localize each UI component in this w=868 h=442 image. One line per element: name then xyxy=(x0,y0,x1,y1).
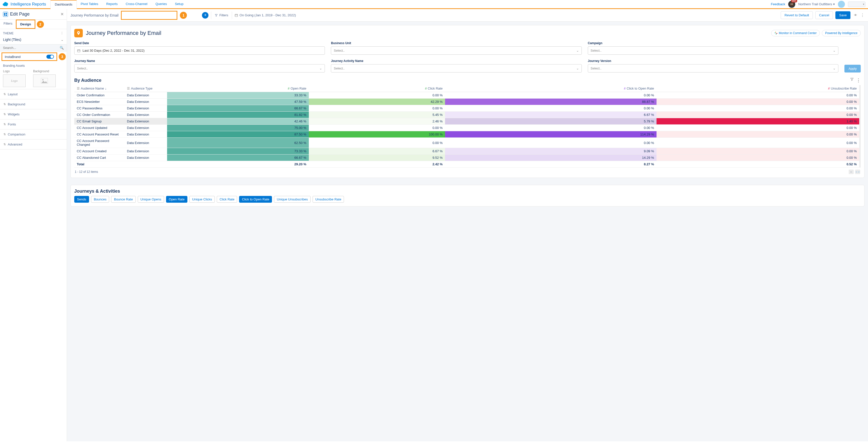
table-row[interactable]: CC Account Password ChangedData Extensio… xyxy=(74,138,859,148)
theme-select[interactable]: Light (Tiles) ⌄ xyxy=(0,37,67,44)
close-sidebar-icon[interactable]: ✕ xyxy=(60,12,64,17)
audience-menu-icon[interactable]: ⋮ xyxy=(856,77,861,83)
revert-button[interactable]: Revert to Default xyxy=(781,11,813,19)
table-row[interactable]: CC Account UpdatedData Extension75.00 %0… xyxy=(74,125,859,131)
chevron-down-icon: ⌄ xyxy=(576,66,579,70)
logo-upload[interactable]: Logo xyxy=(3,74,26,87)
table-row[interactable]: CC Email SignupData Extension42.46 %2.46… xyxy=(74,118,859,125)
journey-activity-select[interactable]: Select..⌄ xyxy=(331,64,582,72)
page-card: Journey Performance by Email Monitor in … xyxy=(70,25,865,178)
mascot-avatar[interactable]: 99+ xyxy=(788,1,795,8)
chip-click-rate[interactable]: Click Rate xyxy=(217,196,237,203)
chip-sends[interactable]: Sends xyxy=(74,196,89,203)
org-switcher[interactable]: Northern Trail Outfitters ▾ xyxy=(798,2,835,6)
journey-version-select[interactable]: Select..⌄ xyxy=(588,64,838,72)
table-row[interactable]: CC PasswordlessData Extension66.67 %0.00… xyxy=(74,105,859,112)
chip-open-rate[interactable]: Open Rate xyxy=(166,196,187,203)
campaign-select[interactable]: Select..⌄ xyxy=(588,46,838,55)
journey-name-select[interactable]: Select..⌄ xyxy=(74,64,325,72)
business-unit-select[interactable]: Select..⌄ xyxy=(331,46,582,55)
chevron-updown-icon: ⇅ xyxy=(3,143,6,146)
table-row[interactable]: ECS NewsletterData Extension47.59 %42.29… xyxy=(74,99,859,105)
chevron-down-icon: ⌄ xyxy=(319,66,322,70)
sidebar: Edit Page ✕ Filters Design 2 THEME ⋯ Lig… xyxy=(0,9,67,441)
user-menu[interactable]: ▾ xyxy=(848,1,866,7)
audience-section: By Audience ⋮ xyxy=(74,77,861,83)
journeys-card: Journeys & Activities SendsBouncesBounce… xyxy=(70,185,865,207)
table-row[interactable]: CC Account Password ResetData Extension8… xyxy=(74,131,859,138)
sidebar-search-input[interactable] xyxy=(3,46,60,50)
content: Journey Performance by Email 1 + Filters… xyxy=(67,9,868,441)
chevron-down-icon: ▾ xyxy=(833,2,835,6)
table-row[interactable]: Order ConfirmationData Extension33.33 %0… xyxy=(74,92,859,99)
sidebar-tab-design[interactable]: Design xyxy=(16,20,35,29)
user-avatar[interactable] xyxy=(838,1,845,8)
instabrand-toggle[interactable] xyxy=(46,55,54,59)
nav-right: Feedback 99+ Northern Trail Outfitters ▾… xyxy=(771,1,866,8)
audience-table: ☰Audience Name ↓ ☰Audience Type #Open Ra… xyxy=(74,85,859,167)
monitor-pill[interactable]: Monitor in Command Center xyxy=(771,30,820,36)
field-business-unit: Business Unit Select..⌄ xyxy=(331,41,582,55)
calendar-icon xyxy=(77,49,81,53)
filters-button[interactable]: Filters xyxy=(214,13,229,17)
nav-tab-dashboards[interactable]: Dashboards xyxy=(51,0,76,9)
svg-point-4 xyxy=(42,79,44,81)
svg-rect-5 xyxy=(235,14,238,16)
accordion-item-advanced[interactable]: ⇅Advanced xyxy=(0,139,67,150)
nav-tab-pivot[interactable]: Pivot Tables xyxy=(77,0,102,8)
table-row[interactable]: CC Abandoned CartData Extension66.67 %9.… xyxy=(74,155,859,161)
save-button[interactable]: Save xyxy=(835,11,850,19)
notification-badge: 99+ xyxy=(791,0,797,2)
accordion-item-fonts[interactable]: ⇅Fonts xyxy=(0,119,67,129)
callout-1: 1 xyxy=(180,12,187,19)
chip-unique-opens[interactable]: Unique Opens xyxy=(138,196,164,203)
pager-next-icon[interactable]: →← xyxy=(855,169,860,174)
theme-menu-icon[interactable]: ⋯ xyxy=(60,32,64,35)
filter-grid: Send Date Last 30 Days (Dec 2, 2022 - De… xyxy=(74,41,861,72)
accordion-item-layout[interactable]: ⇅Layout xyxy=(0,89,67,99)
nav-tab-reports[interactable]: Reports xyxy=(102,0,122,8)
chip-unique-clicks[interactable]: Unique Clicks xyxy=(189,196,215,203)
field-send-date: Send Date Last 30 Days (Dec 2, 2022 - De… xyxy=(74,41,325,55)
date-range-display[interactable]: On Going (Jan 1, 2019 - Dec 31, 2022) xyxy=(235,13,296,17)
table-row[interactable]: CC Order ConfirmationData Extension81.82… xyxy=(74,112,859,118)
table-row[interactable]: CC Account CreatedData Extension73.33 %6… xyxy=(74,148,859,155)
pager: 1 - 12 of 12 items ↔ →← xyxy=(74,167,861,174)
powered-pill[interactable]: Powered By Intelligence xyxy=(822,30,861,36)
accordion-item-widgets[interactable]: ⇅Widgets xyxy=(0,109,67,119)
nav-tab-queries[interactable]: Queries xyxy=(152,0,171,8)
svg-point-2 xyxy=(792,3,793,4)
page-title-input[interactable] xyxy=(121,11,177,20)
background-upload[interactable] xyxy=(33,74,56,87)
apply-button[interactable]: Apply xyxy=(844,65,861,72)
nav-tab-cross[interactable]: Cross-Channel xyxy=(122,0,152,8)
toolbar-menu-icon[interactable]: ⋮ xyxy=(861,13,865,18)
chevron-updown-icon: ⇅ xyxy=(3,113,6,116)
callout-2: 2 xyxy=(37,21,44,28)
pager-expand-icon[interactable]: ↔ xyxy=(849,169,854,174)
slack-icon xyxy=(774,32,777,35)
sort-down-icon[interactable]: ↓ xyxy=(105,87,106,90)
sidebar-tab-filters[interactable]: Filters xyxy=(0,20,16,29)
accordion-item-comparison[interactable]: ⇅Comparison xyxy=(0,129,67,139)
chip-click-to-open-rate[interactable]: Click to Open Rate xyxy=(239,196,272,203)
feedback-link[interactable]: Feedback xyxy=(771,2,785,6)
field-journey-name: Journey Name Select..⌄ xyxy=(74,59,325,72)
cancel-button[interactable]: Cancel xyxy=(815,11,833,19)
sidebar-header: Edit Page ✕ xyxy=(0,9,67,20)
chip-bounces[interactable]: Bounces xyxy=(91,196,110,203)
chevron-down-icon: ⌄ xyxy=(576,49,579,53)
search-icon: 🔍 xyxy=(60,46,64,50)
table-scrollbar[interactable] xyxy=(859,85,861,167)
send-date-input[interactable]: Last 30 Days (Dec 2, 2022 - Dec 31, 2022… xyxy=(74,46,325,55)
nav-tab-setup[interactable]: Setup xyxy=(171,0,187,8)
preview-icon[interactable]: 👁 xyxy=(853,13,858,17)
salesforce-cloud-icon xyxy=(2,1,8,7)
chip-unsubscribe-rate[interactable]: Unsubscribe Rate xyxy=(313,196,344,203)
branding-assets-label: Branding Assets xyxy=(3,64,64,67)
chip-bounce-rate[interactable]: Bounce Rate xyxy=(111,196,135,203)
accordion-item-background[interactable]: ⇅Background xyxy=(0,99,67,109)
chip-unique-unsubscribes[interactable]: Unique Unsubscribes xyxy=(274,196,311,203)
filter-icon[interactable] xyxy=(850,77,854,81)
add-widget-button[interactable]: + xyxy=(202,12,209,19)
